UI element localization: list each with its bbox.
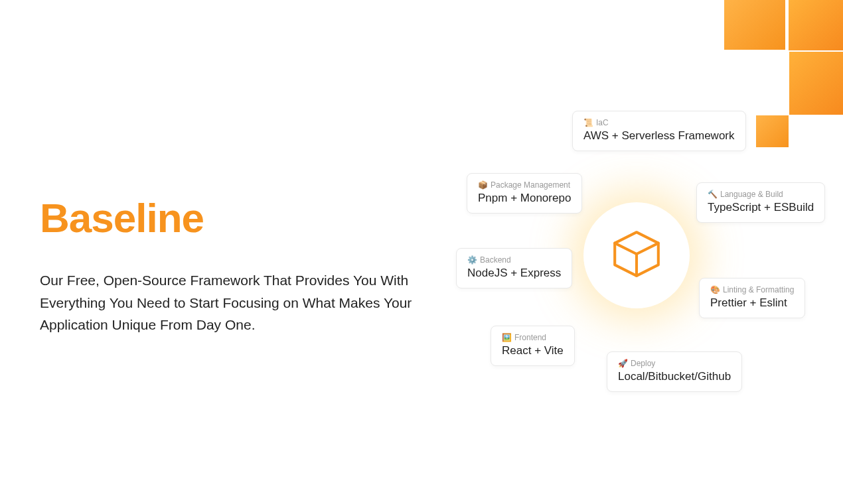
card-label: 📜 IaC [583, 118, 735, 127]
card-iac: 📜 IaC AWS + Serverless Framework [572, 111, 746, 151]
card-label-text: Linting & Formatting [723, 285, 794, 294]
hero-title: Baseline [40, 194, 431, 241]
card-label: 🖼️ Frontend [502, 333, 564, 342]
card-language-build: 🔨 Language & Build TypeScript + ESBuild [696, 182, 825, 223]
card-label-text: Package Management [491, 180, 570, 190]
card-label: 🔨 Language & Build [708, 190, 814, 199]
frame-icon: 🖼️ [502, 333, 512, 342]
card-label-text: IaC [596, 118, 609, 127]
scroll-icon: 📜 [583, 118, 593, 127]
card-label: 🎨 Linting & Formatting [710, 285, 794, 294]
card-label-text: Language & Build [720, 190, 783, 199]
card-label: 📦 Package Management [478, 180, 571, 190]
card-value: AWS + Serverless Framework [583, 129, 735, 143]
decoration-square [724, 0, 785, 50]
package-icon: 📦 [478, 180, 488, 190]
feature-graphic: 📜 IaC AWS + Serverless Framework 📦 Packa… [451, 106, 836, 411]
gear-icon: ⚙️ [467, 255, 477, 265]
hero-text: Baseline Our Free, Open-Source Framework… [40, 194, 431, 336]
card-label: ⚙️ Backend [467, 255, 561, 265]
card-deploy: 🚀 Deploy Local/Bitbucket/Github [607, 351, 742, 392]
card-value: React + Vite [502, 344, 564, 357]
card-linting-formatting: 🎨 Linting & Formatting Prettier + Eslint [699, 278, 805, 318]
card-label: 🚀 Deploy [618, 359, 731, 368]
card-value: Pnpm + Monorepo [478, 192, 571, 205]
card-label-text: Deploy [631, 359, 655, 368]
card-package-management: 📦 Package Management Pnpm + Monorepo [467, 173, 582, 214]
card-label-text: Backend [480, 255, 511, 265]
hammer-icon: 🔨 [708, 190, 718, 199]
card-backend: ⚙️ Backend NodeJS + Express [456, 248, 572, 288]
card-label-text: Frontend [514, 333, 546, 342]
decoration-square [789, 0, 843, 50]
palette-icon: 🎨 [710, 285, 720, 294]
card-frontend: 🖼️ Frontend React + Vite [491, 326, 575, 366]
box-icon [609, 227, 664, 284]
decoration-square [789, 52, 843, 115]
card-value: Local/Bitbucket/Github [618, 370, 731, 383]
card-value: NodeJS + Express [467, 267, 561, 280]
card-value: Prettier + Eslint [710, 296, 794, 310]
card-value: TypeScript + ESBuild [708, 201, 814, 214]
hub-circle [583, 202, 690, 308]
hero-subtitle: Our Free, Open-Source Framework That Pro… [40, 269, 431, 336]
rocket-icon: 🚀 [618, 359, 628, 368]
